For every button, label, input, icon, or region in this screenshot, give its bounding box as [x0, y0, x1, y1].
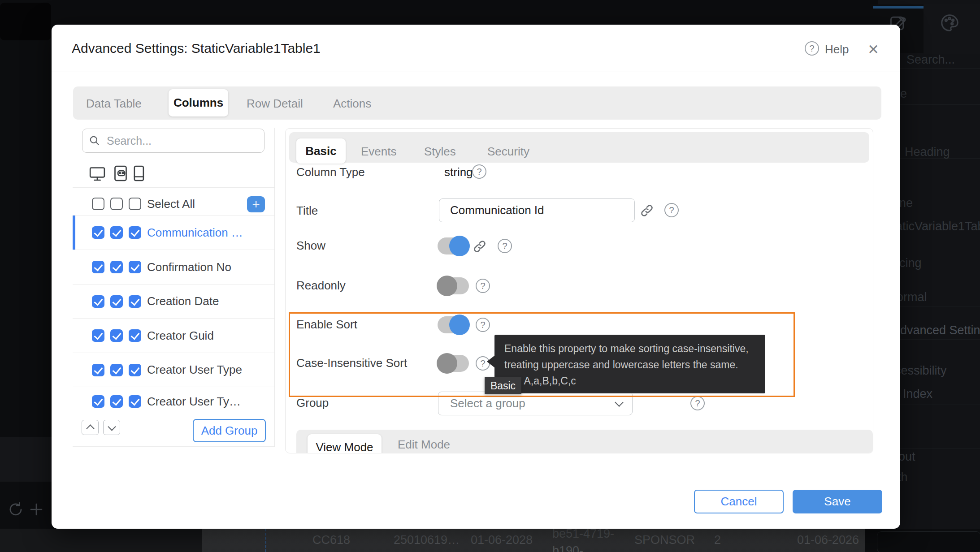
tooltip-text: Enable this property to make sorting cas…: [504, 341, 755, 389]
link-icon[interactable]: [640, 203, 654, 218]
plus-icon: [28, 501, 44, 518]
divider: [73, 187, 274, 188]
refresh-icon: [8, 501, 24, 518]
tab-actions[interactable]: Actions: [333, 97, 371, 111]
column-row[interactable]: Creator User Type: [73, 353, 274, 387]
phone-checkbox[interactable]: [129, 329, 141, 342]
column-type-value: string: [444, 165, 473, 179]
help-link[interactable]: Help: [825, 43, 849, 56]
bg-sidebar-search: Search...: [906, 53, 955, 67]
help-icon[interactable]: ?: [498, 239, 512, 253]
desktop-checkbox[interactable]: [92, 364, 104, 376]
add-group-button[interactable]: Add Group: [193, 419, 266, 442]
phone-checkbox[interactable]: [129, 364, 141, 376]
title-label: Title: [296, 204, 318, 218]
add-column-button[interactable]: +: [247, 196, 265, 212]
phone-icon[interactable]: [130, 164, 147, 182]
column-settings-panel: Basic Events Styles Security Column Type…: [285, 128, 873, 453]
desktop-checkbox[interactable]: [92, 295, 104, 308]
tooltip-badge: Basic: [485, 377, 521, 394]
chevron-down-icon: [615, 398, 624, 407]
search-box: [82, 129, 265, 153]
phone-checkbox[interactable]: [129, 395, 141, 408]
select-all-row[interactable]: Select All: [73, 193, 274, 215]
help-icon[interactable]: ?: [664, 203, 679, 217]
show-toggle[interactable]: [438, 237, 469, 254]
tab-styles[interactable]: Styles: [424, 145, 456, 159]
bg-sidebar-label: aticVariable1Table: [896, 220, 980, 233]
cancel-button[interactable]: Cancel: [694, 490, 784, 513]
close-icon[interactable]: ✕: [867, 41, 879, 58]
move-down-button[interactable]: [103, 420, 120, 435]
tablet-checkbox[interactable]: [110, 395, 123, 408]
desktop-checkbox[interactable]: [92, 198, 104, 210]
tab-columns[interactable]: Columns: [169, 89, 228, 116]
table-cell: 01-06-2026: [797, 533, 859, 547]
help-icon[interactable]: ?: [690, 396, 705, 410]
tablet-checkbox[interactable]: [110, 226, 123, 239]
background-toolbar-box: [0, 3, 51, 40]
bg-sidebar-label: e: [900, 87, 907, 101]
toggle-knob: [437, 276, 457, 296]
tab-edit-mode[interactable]: Edit Mode: [398, 438, 450, 452]
chevron-up-icon: [86, 424, 94, 432]
phone-checkbox[interactable]: [129, 198, 141, 210]
column-row[interactable]: Creator Guid: [73, 318, 274, 353]
tablet-checkbox[interactable]: [110, 261, 123, 273]
tab-view-mode[interactable]: View Mode: [308, 434, 382, 453]
readonly-toggle[interactable]: [438, 277, 469, 294]
help-icon[interactable]: ?: [476, 279, 490, 293]
help-icon[interactable]: ?: [472, 164, 486, 179]
divider: [52, 455, 900, 455]
table-cell: 2: [714, 533, 721, 547]
search-icon: [89, 135, 100, 147]
mode-tab-bar: Edit Mode: [296, 430, 873, 453]
tab-basic[interactable]: Basic: [296, 138, 346, 164]
help-icon[interactable]: ?: [805, 41, 819, 56]
device-visibility-icons: [88, 164, 147, 182]
tablet-checkbox[interactable]: [110, 329, 123, 342]
search-input[interactable]: [106, 134, 242, 148]
desktop-checkbox[interactable]: [92, 226, 104, 239]
tablet-robot-icon[interactable]: [112, 164, 130, 182]
tablet-checkbox[interactable]: [110, 364, 123, 376]
desktop-checkbox[interactable]: [92, 329, 104, 342]
move-up-button[interactable]: [82, 420, 99, 435]
columns-list-panel: Select All + Communication … Confirmatio…: [73, 128, 275, 447]
tab-security[interactable]: Security: [487, 145, 529, 159]
bg-sidebar-label: Index: [903, 387, 932, 401]
column-row[interactable]: Confirmation No: [73, 250, 274, 284]
column-row[interactable]: Communication …: [73, 215, 274, 250]
column-row[interactable]: Creation Date: [73, 284, 274, 318]
tab-data-table[interactable]: Data Table: [86, 97, 142, 111]
desktop-checkbox[interactable]: [92, 261, 104, 273]
table-cell: 25010619…: [394, 533, 460, 547]
bg-sidebar-label: ormal: [897, 290, 927, 304]
tab-events[interactable]: Events: [361, 145, 397, 159]
link-icon[interactable]: [473, 239, 487, 254]
tab-row-detail[interactable]: Row Detail: [247, 97, 303, 111]
tablet-checkbox[interactable]: [110, 295, 123, 308]
save-button[interactable]: Save: [793, 490, 882, 513]
bg-sidebar-label: out: [898, 450, 915, 464]
phone-checkbox[interactable]: [129, 295, 141, 308]
modal-title: Advanced Settings: StaticVariable1Table1: [72, 41, 321, 56]
bg-panel-corner: [877, 531, 980, 552]
column-row[interactable]: Creator User Ty…: [73, 387, 274, 416]
divider: [52, 72, 900, 72]
bg-sidebar-label: Heading: [905, 145, 950, 159]
phone-checkbox[interactable]: [129, 261, 141, 273]
modal-tab-bar: Data Table Columns Row Detail Actions: [73, 86, 881, 120]
column-label: Creation Date: [147, 294, 219, 308]
divider: [73, 416, 274, 416]
tablet-checkbox[interactable]: [110, 198, 123, 210]
phone-checkbox[interactable]: [129, 226, 141, 239]
table-cell: SPONSOR: [634, 533, 695, 547]
desktop-icon[interactable]: [88, 164, 106, 182]
title-input[interactable]: [439, 198, 635, 222]
advanced-settings-modal: Advanced Settings: StaticVariable1Table1…: [52, 25, 900, 529]
desktop-checkbox[interactable]: [92, 395, 104, 408]
column-label: Creator User Ty…: [147, 395, 241, 409]
column-label: Creator Guid: [147, 329, 214, 343]
palette-icon: [939, 13, 960, 33]
